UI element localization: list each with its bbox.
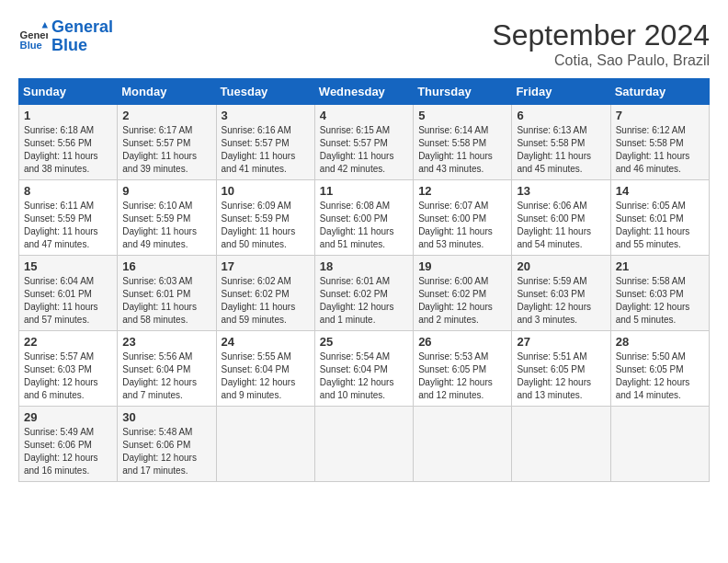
logo-line1: General — [51, 18, 113, 37]
calendar-cell: 1Sunrise: 6:18 AM Sunset: 5:56 PM Daylig… — [19, 105, 118, 180]
day-info: Sunrise: 6:16 AM Sunset: 5:57 PM Dayligh… — [222, 124, 310, 176]
day-info: Sunrise: 5:59 AM Sunset: 6:03 PM Dayligh… — [517, 275, 605, 327]
column-header-wednesday: Wednesday — [314, 79, 413, 105]
column-header-thursday: Thursday — [414, 79, 512, 105]
day-info: Sunrise: 6:11 AM Sunset: 5:59 PM Dayligh… — [24, 200, 112, 251]
calendar-cell — [314, 407, 413, 482]
logo: General Blue General Blue — [18, 18, 113, 55]
day-info: Sunrise: 5:49 AM Sunset: 6:06 PM Dayligh… — [24, 426, 112, 477]
calendar-cell: 23Sunrise: 5:56 AM Sunset: 6:04 PM Dayli… — [118, 331, 216, 407]
calendar-cell: 7Sunrise: 6:12 AM Sunset: 5:58 PM Daylig… — [610, 105, 709, 180]
day-info: Sunrise: 6:07 AM Sunset: 6:00 PM Dayligh… — [418, 200, 506, 251]
day-number: 12 — [418, 184, 506, 198]
calendar-table: SundayMondayTuesdayWednesdayThursdayFrid… — [18, 78, 710, 482]
column-header-friday: Friday — [512, 79, 610, 105]
calendar-week-row: 15Sunrise: 6:04 AM Sunset: 6:01 PM Dayli… — [19, 256, 710, 331]
day-info: Sunrise: 6:09 AM Sunset: 5:59 PM Dayligh… — [222, 200, 310, 251]
logo-text-general: General — [51, 17, 113, 36]
day-number: 11 — [320, 184, 408, 198]
day-number: 13 — [517, 184, 605, 198]
calendar-cell: 2Sunrise: 6:17 AM Sunset: 5:57 PM Daylig… — [118, 105, 216, 180]
calendar-cell — [512, 407, 610, 482]
page-header: General Blue General Blue September 2024… — [18, 18, 710, 69]
day-number: 24 — [222, 335, 310, 349]
day-number: 30 — [122, 410, 210, 424]
calendar-cell: 8Sunrise: 6:11 AM Sunset: 5:59 PM Daylig… — [19, 180, 118, 256]
calendar-cell: 18Sunrise: 6:01 AM Sunset: 6:02 PM Dayli… — [314, 256, 413, 331]
day-info: Sunrise: 6:00 AM Sunset: 6:02 PM Dayligh… — [418, 275, 506, 327]
calendar-cell: 14Sunrise: 6:05 AM Sunset: 6:01 PM Dayli… — [610, 180, 709, 256]
svg-text:Blue: Blue — [20, 40, 42, 51]
column-header-monday: Monday — [118, 79, 216, 105]
calendar-cell: 12Sunrise: 6:07 AM Sunset: 6:00 PM Dayli… — [414, 180, 512, 256]
day-number: 15 — [24, 259, 112, 273]
day-number: 1 — [24, 109, 112, 122]
day-info: Sunrise: 6:15 AM Sunset: 5:57 PM Dayligh… — [320, 124, 408, 176]
calendar-header-row: SundayMondayTuesdayWednesdayThursdayFrid… — [19, 79, 710, 105]
day-info: Sunrise: 5:48 AM Sunset: 6:06 PM Dayligh… — [122, 426, 210, 477]
calendar-cell: 9Sunrise: 6:10 AM Sunset: 5:59 PM Daylig… — [118, 180, 216, 256]
day-info: Sunrise: 6:14 AM Sunset: 5:58 PM Dayligh… — [418, 124, 506, 176]
svg-marker-2 — [42, 22, 48, 28]
day-number: 20 — [517, 259, 605, 273]
calendar-cell: 30Sunrise: 5:48 AM Sunset: 6:06 PM Dayli… — [118, 407, 216, 482]
day-number: 7 — [616, 109, 704, 122]
day-info: Sunrise: 6:03 AM Sunset: 6:01 PM Dayligh… — [122, 275, 210, 327]
day-number: 9 — [122, 184, 210, 198]
day-number: 21 — [616, 259, 704, 273]
day-number: 3 — [222, 109, 310, 122]
calendar-cell: 4Sunrise: 6:15 AM Sunset: 5:57 PM Daylig… — [314, 105, 413, 180]
calendar-cell: 25Sunrise: 5:54 AM Sunset: 6:04 PM Dayli… — [314, 331, 413, 407]
day-number: 5 — [418, 109, 506, 122]
day-number: 14 — [616, 184, 704, 198]
calendar-cell: 16Sunrise: 6:03 AM Sunset: 6:01 PM Dayli… — [118, 256, 216, 331]
day-number: 27 — [517, 335, 605, 349]
day-number: 8 — [24, 184, 112, 198]
day-number: 4 — [320, 109, 408, 122]
day-info: Sunrise: 6:01 AM Sunset: 6:02 PM Dayligh… — [320, 275, 408, 327]
calendar-cell: 22Sunrise: 5:57 AM Sunset: 6:03 PM Dayli… — [19, 331, 118, 407]
title-block: September 2024 Cotia, Sao Paulo, Brazil — [492, 18, 710, 69]
calendar-cell: 19Sunrise: 6:00 AM Sunset: 6:02 PM Dayli… — [414, 256, 512, 331]
day-info: Sunrise: 6:05 AM Sunset: 6:01 PM Dayligh… — [616, 200, 704, 251]
calendar-cell: 28Sunrise: 5:50 AM Sunset: 6:05 PM Dayli… — [610, 331, 709, 407]
day-number: 6 — [517, 109, 605, 122]
day-number: 10 — [222, 184, 310, 198]
column-header-sunday: Sunday — [19, 79, 118, 105]
day-info: Sunrise: 6:13 AM Sunset: 5:58 PM Dayligh… — [517, 124, 605, 176]
calendar-cell: 10Sunrise: 6:09 AM Sunset: 5:59 PM Dayli… — [216, 180, 314, 256]
location-subtitle: Cotia, Sao Paulo, Brazil — [492, 52, 710, 69]
day-number: 17 — [222, 259, 310, 273]
day-info: Sunrise: 6:10 AM Sunset: 5:59 PM Dayligh… — [122, 200, 210, 251]
calendar-week-row: 22Sunrise: 5:57 AM Sunset: 6:03 PM Dayli… — [19, 331, 710, 407]
calendar-week-row: 1Sunrise: 6:18 AM Sunset: 5:56 PM Daylig… — [19, 105, 710, 180]
calendar-cell — [414, 407, 512, 482]
calendar-cell: 15Sunrise: 6:04 AM Sunset: 6:01 PM Dayli… — [19, 256, 118, 331]
day-info: Sunrise: 6:08 AM Sunset: 6:00 PM Dayligh… — [320, 200, 408, 251]
calendar-cell: 20Sunrise: 5:59 AM Sunset: 6:03 PM Dayli… — [512, 256, 610, 331]
day-number: 19 — [418, 259, 506, 273]
column-header-tuesday: Tuesday — [216, 79, 314, 105]
day-info: Sunrise: 5:51 AM Sunset: 6:05 PM Dayligh… — [517, 350, 605, 402]
calendar-cell: 17Sunrise: 6:02 AM Sunset: 6:02 PM Dayli… — [216, 256, 314, 331]
day-info: Sunrise: 6:06 AM Sunset: 6:00 PM Dayligh… — [517, 200, 605, 251]
day-number: 25 — [320, 335, 408, 349]
day-info: Sunrise: 5:58 AM Sunset: 6:03 PM Dayligh… — [616, 275, 704, 327]
calendar-cell: 26Sunrise: 5:53 AM Sunset: 6:05 PM Dayli… — [414, 331, 512, 407]
logo-text-blue: Blue — [51, 36, 87, 54]
day-info: Sunrise: 5:55 AM Sunset: 6:04 PM Dayligh… — [222, 350, 310, 402]
column-header-saturday: Saturday — [610, 79, 709, 105]
calendar-cell: 29Sunrise: 5:49 AM Sunset: 6:06 PM Dayli… — [19, 407, 118, 482]
calendar-cell: 21Sunrise: 5:58 AM Sunset: 6:03 PM Dayli… — [610, 256, 709, 331]
day-info: Sunrise: 6:04 AM Sunset: 6:01 PM Dayligh… — [24, 275, 112, 327]
day-info: Sunrise: 5:53 AM Sunset: 6:05 PM Dayligh… — [418, 350, 506, 402]
day-number: 29 — [24, 410, 112, 424]
day-number: 26 — [418, 335, 506, 349]
day-number: 23 — [122, 335, 210, 349]
logo-line2: Blue — [51, 37, 113, 55]
calendar-cell: 11Sunrise: 6:08 AM Sunset: 6:00 PM Dayli… — [314, 180, 413, 256]
day-info: Sunrise: 5:54 AM Sunset: 6:04 PM Dayligh… — [320, 350, 408, 402]
day-info: Sunrise: 5:57 AM Sunset: 6:03 PM Dayligh… — [24, 350, 112, 402]
calendar-cell: 3Sunrise: 6:16 AM Sunset: 5:57 PM Daylig… — [216, 105, 314, 180]
month-title: September 2024 — [492, 18, 710, 52]
